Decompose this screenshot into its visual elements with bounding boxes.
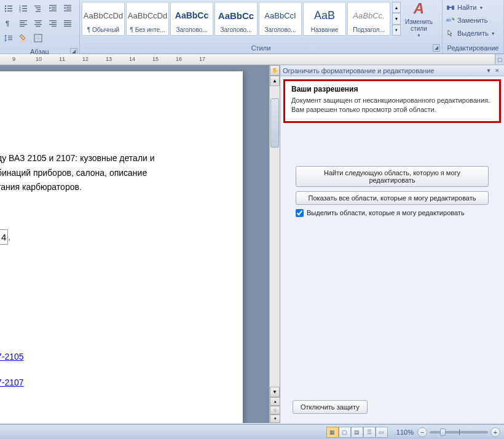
replace-button[interactable]: ab Заменить (444, 14, 490, 26)
svg-point-2 (5, 8, 7, 10)
horizontal-ruler[interactable]: 9 10 11 12 13 14 15 16 17 ▢ (0, 54, 504, 65)
svg-rect-50 (449, 7, 452, 8)
stop-protection-button[interactable]: Отключить защиту (293, 400, 368, 414)
increase-indent-button[interactable] (61, 2, 74, 15)
permissions-box: Ваши разрешения Документ защищен от неса… (283, 79, 501, 123)
show-all-regions-button[interactable]: Показать все области, которые я могу ред… (296, 191, 489, 205)
style-subtitle[interactable]: AaBbCс.Подзагол... (347, 2, 390, 36)
styles-group: AaBbCcDd¶ Обычный AaBbCcDd¶ Без инте... … (80, 0, 443, 53)
binoculars-icon (446, 3, 455, 12)
scroll-down-button[interactable]: ▼ (270, 387, 280, 397)
zoom-in-button[interactable]: + (490, 427, 500, 437)
svg-text:ab: ab (446, 18, 451, 22)
styles-expand-icon[interactable]: ◢ (433, 44, 440, 52)
full-screen-view-button[interactable]: ▢ (339, 427, 351, 438)
zoom-out-button[interactable]: − (417, 427, 427, 437)
task-pane-close-button[interactable]: ✕ (493, 66, 502, 75)
style-no-spacing[interactable]: AaBbCcDd¶ Без инте... (126, 2, 169, 36)
permissions-title: Ваши разрешения (291, 85, 493, 93)
line-spacing-button[interactable] (2, 31, 15, 45)
svg-rect-28 (20, 26, 25, 26)
restrict-editing-pane: Ограничить форматирование и редактирован… (280, 65, 504, 423)
draft-view-button[interactable]: ▭ (376, 427, 388, 438)
style-scroll-up[interactable]: ▲ (392, 2, 401, 13)
style-scroll-down[interactable]: ▼ (392, 13, 401, 24)
find-button[interactable]: Найти ▼ (444, 1, 486, 14)
editing-group: Найти ▼ ab Заменить Выделить ▼ Редактиро… (443, 0, 504, 53)
change-styles-button[interactable]: A Изменить стили ▼ (402, 2, 436, 36)
svg-rect-13 (36, 7, 41, 8)
scrollbar-track[interactable] (270, 86, 280, 387)
document-link[interactable]: 7-2105 (0, 352, 24, 362)
svg-rect-19 (49, 10, 57, 11)
find-next-region-button[interactable]: Найти следующую область, которую я могу … (296, 166, 489, 187)
style-gallery-expand[interactable]: ▾ (392, 25, 401, 36)
ruler-toggle-button[interactable]: ▢ (495, 54, 504, 65)
zoom-level[interactable]: 110% (396, 429, 414, 436)
style-title[interactable]: АаВНазвание (303, 2, 346, 36)
chevron-down-icon: ▼ (417, 33, 421, 38)
editing-buttons: Найти ▼ ab Заменить Выделить ▼ (443, 0, 503, 43)
shading-button[interactable] (17, 31, 30, 45)
task-pane-footer: Отключить защиту (280, 394, 504, 423)
document-page: ду ВАЗ 2105 и 2107: кузовные детали и би… (0, 71, 243, 423)
decrease-indent-button[interactable] (46, 2, 60, 15)
multilevel-list-button[interactable] (31, 2, 45, 15)
svg-rect-3 (7, 8, 12, 9)
bullets-button[interactable] (2, 2, 15, 15)
editable-region-marker[interactable]: 4 (0, 229, 8, 245)
document-text: ду ВАЗ 2105 и 2107: кузовные детали и (0, 151, 237, 166)
svg-rect-48 (447, 6, 449, 10)
align-left-button[interactable] (17, 17, 30, 30)
svg-rect-9 (22, 8, 27, 9)
svg-point-0 (5, 6, 7, 7)
scroll-up-button[interactable]: ▲ (270, 76, 280, 86)
justify-button[interactable] (61, 17, 74, 30)
svg-rect-17 (52, 7, 57, 7)
pan-hand-button[interactable]: ✋ (270, 65, 280, 76)
svg-rect-21 (66, 7, 71, 7)
svg-rect-35 (49, 24, 57, 25)
svg-rect-39 (64, 24, 71, 25)
svg-rect-29 (34, 20, 42, 21)
prev-page-button[interactable]: ▴ (270, 397, 280, 406)
zoom-slider[interactable] (430, 431, 488, 433)
document-link[interactable]: 7-2107 (0, 378, 24, 387)
svg-rect-34 (52, 22, 57, 23)
svg-rect-14 (37, 9, 41, 10)
next-page-button[interactable]: ▾ (270, 414, 280, 423)
svg-text:3: 3 (19, 9, 21, 13)
numbering-button[interactable]: 123 (17, 2, 30, 15)
web-layout-view-button[interactable]: ▤ (351, 427, 363, 438)
view-buttons: ▦ ▢ ▤ ☰ ▭ (326, 427, 388, 438)
task-pane-menu-button[interactable]: ▼ (484, 66, 493, 75)
paragraph-group: 123 ¶ Абзац ◢ (0, 0, 80, 53)
styles-gallery: AaBbCcDd¶ Обычный AaBbCcDd¶ Без инте... … (80, 0, 442, 43)
svg-rect-16 (49, 5, 57, 6)
borders-button[interactable] (31, 31, 45, 45)
style-heading3[interactable]: AaBbCcIЗаголово... (259, 2, 302, 36)
scrollbar-thumb[interactable] (270, 98, 279, 148)
print-layout-view-button[interactable]: ▦ (326, 427, 339, 438)
style-heading2[interactable]: AaBbCсЗаголово... (215, 2, 258, 36)
styles-group-label: Стили ◢ (80, 43, 442, 53)
show-formatting-button[interactable]: ¶ (2, 17, 15, 30)
browse-object-button[interactable]: ○ (270, 406, 280, 414)
svg-rect-23 (64, 10, 71, 11)
svg-rect-11 (22, 10, 27, 12)
align-right-button[interactable] (46, 17, 60, 30)
zoom-slider-thumb[interactable] (440, 429, 446, 436)
align-center-button[interactable] (31, 17, 45, 30)
svg-rect-26 (20, 22, 25, 23)
select-button[interactable]: Выделить ▼ (444, 27, 498, 39)
style-heading1[interactable]: AaBbCсЗаголово... (170, 2, 213, 36)
outline-view-button[interactable]: ☰ (363, 427, 376, 438)
style-normal[interactable]: AaBbCcDd¶ Обычный (82, 2, 125, 36)
svg-rect-12 (34, 6, 41, 6)
highlight-regions-checkbox[interactable]: Выделить области, которые я могу редакти… (296, 209, 489, 217)
highlight-regions-input[interactable] (296, 209, 304, 217)
task-pane-title: Ограничить форматирование и редактирован… (283, 67, 484, 74)
document-text: бинаций приборов, салона, описание (0, 166, 237, 181)
document-area[interactable]: ду ВАЗ 2105 и 2107: кузовные детали и би… (0, 65, 269, 423)
svg-rect-25 (20, 20, 27, 21)
